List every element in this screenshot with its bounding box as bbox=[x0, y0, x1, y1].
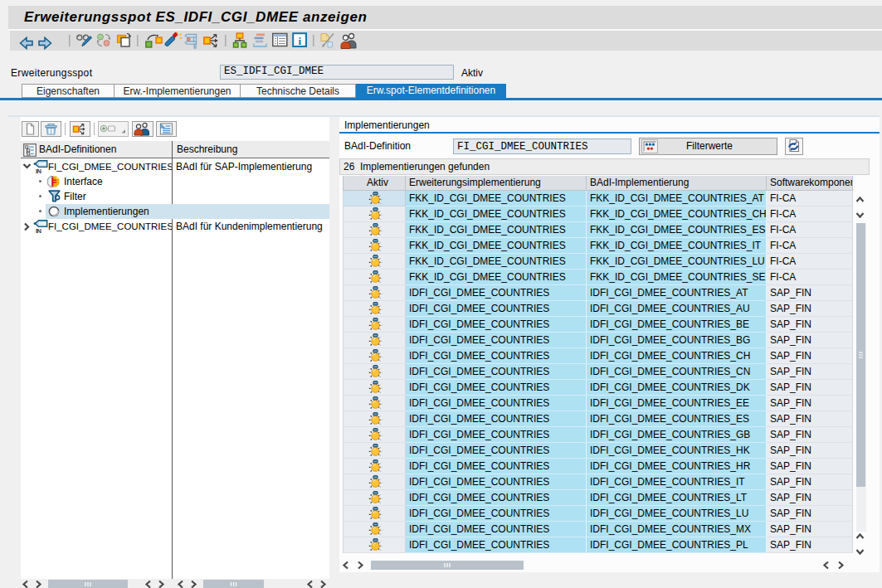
svg-text:i: i bbox=[298, 35, 301, 47]
